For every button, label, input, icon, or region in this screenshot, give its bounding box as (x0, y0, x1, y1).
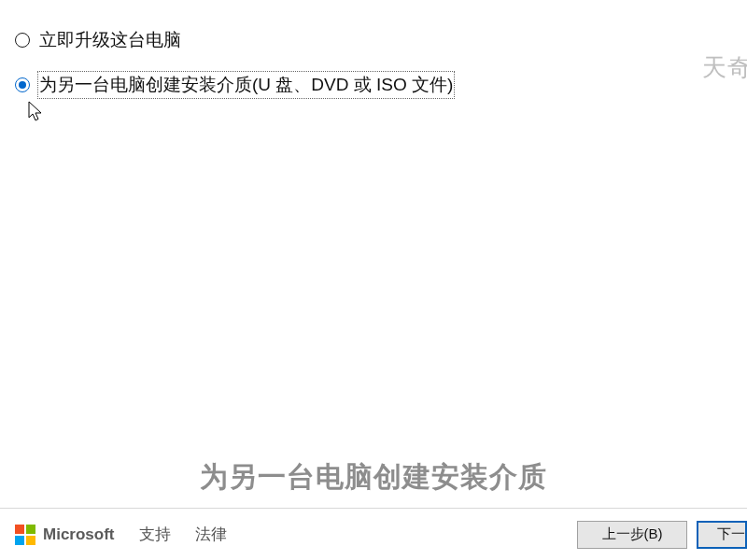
microsoft-logo-text: Microsoft (43, 525, 115, 544)
radio-create-media-label[interactable]: 为另一台电脑创建安装介质(U 盘、DVD 或 ISO 文件) (39, 73, 453, 97)
microsoft-logo: Microsoft (15, 525, 115, 545)
radio-upgrade-label[interactable]: 立即升级这台电脑 (39, 28, 181, 52)
subtitle-caption: 为另一台电脑创建安装介质 (200, 458, 547, 497)
microsoft-logo-icon (15, 525, 35, 545)
mouse-cursor-icon (28, 101, 45, 123)
options-area: 立即升级这台电脑 为另一台电脑创建安装介质(U 盘、DVD 或 ISO 文件) (0, 0, 747, 97)
back-button[interactable]: 上一步(B) (577, 521, 687, 549)
legal-link[interactable]: 法律 (195, 524, 227, 545)
radio-create-media[interactable] (15, 77, 30, 92)
support-link[interactable]: 支持 (139, 524, 171, 545)
video-watermark: 天奇 (702, 51, 747, 84)
radio-upgrade[interactable] (15, 33, 30, 48)
next-button[interactable]: 下一 (697, 521, 747, 549)
footer-bar: Microsoft 支持 法律 上一步(B) 下一 (0, 508, 747, 560)
